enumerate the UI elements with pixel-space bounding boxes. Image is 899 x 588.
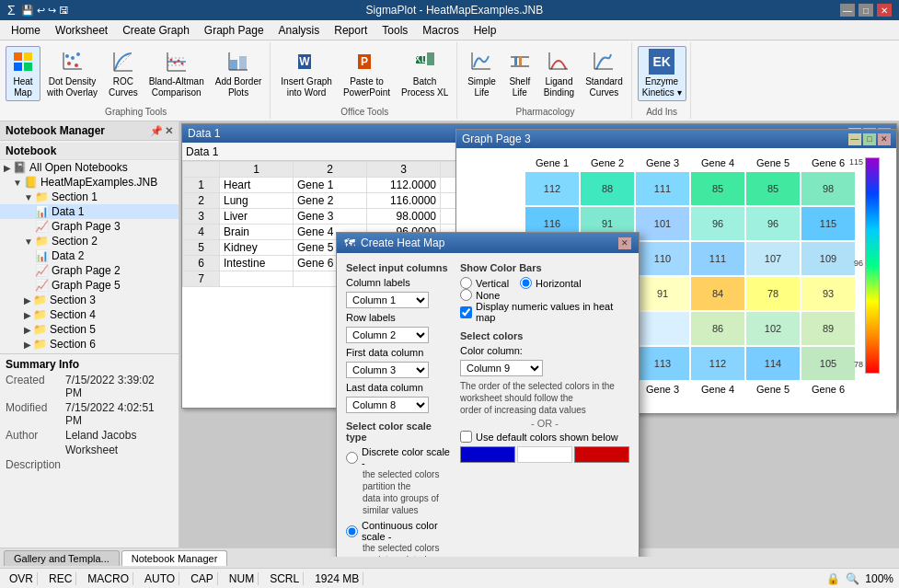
tree-item-section4[interactable]: ▶ 📁 Section 4 <box>0 307 179 322</box>
color-scale-section: Select color scale type Discrete color s… <box>346 421 453 557</box>
first-data-select[interactable]: Column 3 <box>346 362 429 378</box>
tree-label-section4: Section 4 <box>50 308 96 321</box>
vertical-radio-row: Vertical Horizontal <box>460 277 629 289</box>
ribbon-btn-add-border[interactable]: Add BorderPlots <box>211 46 267 101</box>
ribbon-btn-ek[interactable]: EK EnzymeKinetics ▾ <box>638 46 686 101</box>
ribbon-btn-simple-life[interactable]: SimpleLife <box>463 46 501 101</box>
tree-item-section3[interactable]: ▶ 📁 Section 3 <box>0 293 179 307</box>
content-area: Data 1 — □ ✕ Data 1 1 2 3 <box>179 121 899 557</box>
app-icon: Σ <box>7 3 16 17</box>
menu-help[interactable]: Help <box>467 22 504 39</box>
notebook-label: Notebook <box>0 143 179 160</box>
row-labels-label: Row labels <box>346 312 429 323</box>
input-columns-section: Select input columns Column labels Colum… <box>346 262 453 413</box>
ribbon-btn-heatmap[interactable]: HeatMap <box>6 46 40 101</box>
ribbon-btn-paste-ppt[interactable]: P Paste toPowerPoint <box>339 46 395 101</box>
status-bar: OVR REC MACRO AUTO CAP NUM SCRL 1924 MB … <box>0 568 899 588</box>
none-radio[interactable] <box>460 289 472 301</box>
status-cap: CAP <box>187 572 218 585</box>
color-swatch-2[interactable] <box>517 446 572 463</box>
summary-author-key: Author <box>6 429 65 442</box>
shelf-life-icon <box>507 49 533 75</box>
dialog-close-btn[interactable]: ✕ <box>618 237 631 249</box>
tree-label-section6: Section 6 <box>50 338 96 351</box>
expand-icon-section4: ▶ <box>24 310 31 320</box>
tree-item-graph3[interactable]: 📈 Graph Page 3 <box>0 219 179 234</box>
status-zoom: 100% <box>865 572 893 585</box>
display-numeric-row: Display numeric values in heat map <box>460 301 629 323</box>
tree-item-all-open[interactable]: ▶ 📓 All Open Notebooks <box>0 160 179 175</box>
svg-point-6 <box>76 52 80 56</box>
ribbon-graphing-items: HeatMap Dot Densitywith Overlay ROCCurve… <box>6 44 266 107</box>
section2-icon: 📁 <box>35 235 49 248</box>
use-default-checkbox[interactable] <box>460 431 472 443</box>
minimize-btn[interactable]: — <box>840 4 855 17</box>
tree-label-section3: Section 3 <box>50 294 96 306</box>
window-controls: — □ ✕ <box>840 4 892 17</box>
ribbon-btn-shelf-life[interactable]: ShelfLife <box>502 46 537 101</box>
col-labels-select[interactable]: Column 1 <box>346 292 429 308</box>
ribbon-btn-bland-altman[interactable]: Bland-AltmanComparison <box>144 46 209 101</box>
last-data-row: Last data column <box>346 382 453 393</box>
panel-close-btn[interactable]: ✕ <box>165 125 173 137</box>
status-rec: REC <box>45 572 76 585</box>
ribbon-btn-standard-curves[interactable]: StandardCurves <box>581 46 628 101</box>
last-data-select[interactable]: Column 8 <box>346 397 429 413</box>
ribbon-btn-roc[interactable]: ROCCurves <box>104 46 143 101</box>
display-numeric-checkbox[interactable] <box>460 306 472 318</box>
row-labels-row: Row labels <box>346 312 453 323</box>
menu-worksheet[interactable]: Worksheet <box>48 22 115 39</box>
maximize-btn[interactable]: □ <box>859 4 873 17</box>
add-ins-label: Add Ins <box>646 107 677 117</box>
ribbon-btn-insert-word[interactable]: W Insert Graphinto Word <box>276 46 337 101</box>
ribbon-btn-batch[interactable]: XL BatchProcess XL <box>397 46 453 101</box>
menu-report[interactable]: Report <box>327 22 375 39</box>
continuous-radio[interactable] <box>346 525 358 537</box>
tree-item-graph2[interactable]: 📈 Graph Page 2 <box>0 263 179 278</box>
tree-item-section2[interactable]: ▼ 📁 Section 2 <box>0 234 179 248</box>
title-bar: Σ 💾 ↩ ↪ 🖫 SigmaPlot - HeatMapExamples.JN… <box>0 0 899 20</box>
tree-item-data2[interactable]: 📊 Data 2 <box>0 248 179 263</box>
tree-item-graph5[interactable]: 📈 Graph Page 5 <box>0 278 179 293</box>
horizontal-radio[interactable] <box>520 277 532 289</box>
vertical-label: Vertical <box>476 278 509 289</box>
dialog-titlebar: 🗺 Create Heat Map ✕ <box>337 233 639 253</box>
menu-graph-page[interactable]: Graph Page <box>197 22 271 39</box>
row-labels-select[interactable]: Column 2 <box>346 327 429 343</box>
color-col-label: Color column: <box>460 345 543 356</box>
input-columns-title: Select input columns <box>346 262 453 273</box>
dot-density-icon <box>60 49 86 75</box>
tree-item-data1[interactable]: 📊 Data 1 <box>0 204 179 219</box>
summary-worksheet-value: Worksheet <box>65 444 118 456</box>
discrete-radio[interactable] <box>346 452 358 464</box>
svg-rect-24 <box>239 56 247 70</box>
menu-macros[interactable]: Macros <box>415 22 466 39</box>
create-heatmap-dialog: 🗺 Create Heat Map ✕ Select input columns… <box>336 232 640 557</box>
tree-item-section1[interactable]: ▼ 📁 Section 1 <box>0 190 179 204</box>
tab-gallery[interactable]: Gallery and Templa... <box>4 550 120 566</box>
tree-item-section6[interactable]: ▶ 📁 Section 6 <box>0 337 179 352</box>
svg-rect-3 <box>24 63 32 71</box>
ribbon-btn-ligand[interactable]: LigandBinding <box>539 46 579 101</box>
batch-icon: XL <box>412 49 438 75</box>
svg-point-18 <box>173 62 176 64</box>
color-swatch-1[interactable] <box>460 446 515 463</box>
notebook-icon-jnb: 📒 <box>24 176 38 189</box>
menu-create-graph[interactable]: Create Graph <box>115 22 197 39</box>
tree-item-section5[interactable]: ▶ 📁 Section 5 <box>0 322 179 337</box>
menu-home[interactable]: Home <box>4 22 48 39</box>
close-btn[interactable]: ✕ <box>877 4 892 17</box>
svg-point-8 <box>75 63 78 67</box>
menu-analysis[interactable]: Analysis <box>271 22 328 39</box>
color-swatch-3[interactable] <box>574 446 629 463</box>
col-labels-label: Column labels <box>346 277 429 288</box>
panel-pin-btn[interactable]: 📌 <box>150 125 163 137</box>
status-macro: MACRO <box>84 572 133 585</box>
vertical-radio[interactable] <box>460 277 472 289</box>
color-col-select[interactable]: Column 9 <box>460 360 543 376</box>
col-labels-row: Column labels <box>346 277 453 288</box>
ribbon-btn-dot-density[interactable]: Dot Densitywith Overlay <box>42 46 102 101</box>
menu-tools[interactable]: Tools <box>375 22 415 39</box>
tree-item-jnb[interactable]: ▼ 📒 HeatMapExamples.JNB <box>0 175 179 190</box>
expand-icon-section5: ▶ <box>24 325 31 335</box>
